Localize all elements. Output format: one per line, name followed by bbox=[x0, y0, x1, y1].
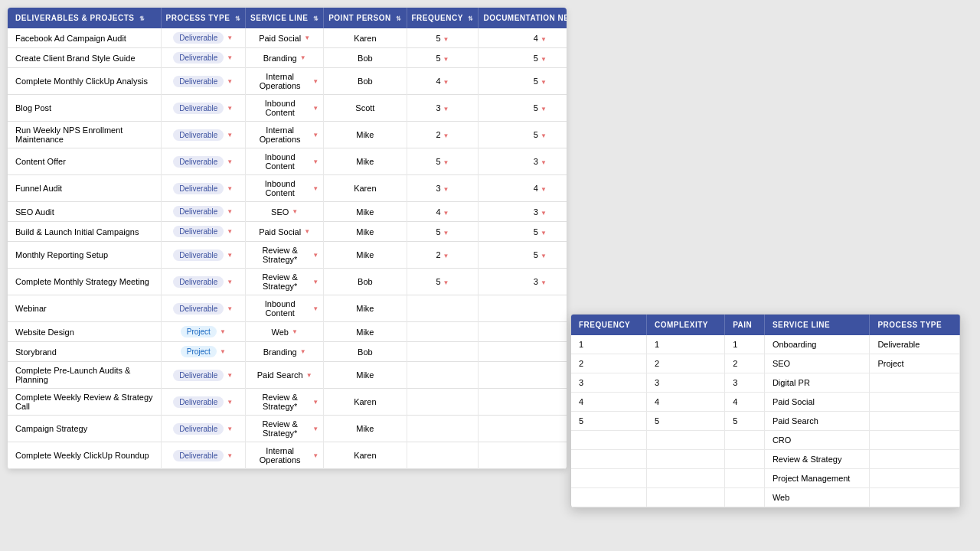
service-dropdown-arrow[interactable]: ▼ bbox=[312, 399, 318, 406]
freq-dropdown-arrow[interactable]: ▼ bbox=[443, 159, 449, 166]
doc-dropdown-arrow[interactable]: ▼ bbox=[541, 106, 547, 112]
main-table: DELIVERABLES & PROJECTS ⇅ PROCESS TYPE ⇅… bbox=[8, 8, 567, 469]
service-line-value: Review & Strategy* bbox=[250, 419, 309, 438]
doc-dropdown-arrow[interactable]: ▼ bbox=[541, 36, 547, 43]
service-dropdown-arrow[interactable]: ▼ bbox=[292, 328, 298, 335]
process-dropdown-arrow[interactable]: ▼ bbox=[227, 279, 233, 285]
freq-dropdown-arrow[interactable]: ▼ bbox=[443, 186, 449, 193]
deliverable-name: Campaign Strategy bbox=[8, 416, 161, 442]
filter-icon-col3[interactable]: ⇅ bbox=[313, 15, 319, 22]
legend-freq: 2 bbox=[571, 354, 647, 373]
freq-dropdown-arrow[interactable]: ▼ bbox=[443, 36, 449, 43]
process-badge: Deliverable bbox=[173, 276, 224, 288]
service-dropdown-arrow[interactable]: ▼ bbox=[300, 348, 306, 355]
doc-dropdown-arrow[interactable]: ▼ bbox=[541, 159, 547, 166]
point-person-cell: Karen bbox=[324, 28, 407, 48]
service-dropdown-arrow[interactable]: ▼ bbox=[312, 279, 318, 285]
service-line-value: Inbound Content bbox=[250, 179, 309, 197]
service-dropdown-arrow[interactable]: ▼ bbox=[312, 305, 318, 312]
service-line-cell: Internal Operations ▼ bbox=[246, 122, 324, 148]
doc-dropdown-arrow[interactable]: ▼ bbox=[541, 210, 547, 217]
process-dropdown-arrow[interactable]: ▼ bbox=[227, 132, 233, 139]
service-dropdown-arrow[interactable]: ▼ bbox=[312, 185, 318, 192]
service-dropdown-arrow[interactable]: ▼ bbox=[304, 34, 310, 41]
filter-icon-col4[interactable]: ⇅ bbox=[396, 15, 402, 22]
service-dropdown-arrow[interactable]: ▼ bbox=[312, 452, 318, 459]
service-dropdown-arrow[interactable]: ▼ bbox=[300, 54, 306, 61]
legend-process bbox=[870, 431, 960, 450]
freq-dropdown-arrow[interactable]: ▼ bbox=[443, 253, 449, 259]
filter-icon-col5[interactable]: ⇅ bbox=[468, 15, 474, 22]
doc-dropdown-arrow[interactable]: ▼ bbox=[541, 230, 547, 236]
process-type-cell: Project ▼ bbox=[161, 342, 246, 362]
service-line-cell: Review & Strategy* ▼ bbox=[246, 269, 324, 295]
freq-dropdown-arrow[interactable]: ▼ bbox=[443, 79, 449, 86]
freq-dropdown-arrow[interactable]: ▼ bbox=[443, 132, 449, 139]
legend-row: Project Management bbox=[571, 469, 960, 488]
deliverable-name: Webinar bbox=[8, 295, 161, 322]
col-doc-needs: DOCUMENTATION NEEDS ⇅ bbox=[479, 8, 567, 28]
legend-pain bbox=[725, 431, 765, 450]
process-dropdown-arrow[interactable]: ▼ bbox=[227, 78, 233, 85]
process-badge: Deliverable bbox=[173, 156, 224, 168]
process-dropdown-arrow[interactable]: ▼ bbox=[227, 305, 233, 312]
process-dropdown-arrow[interactable]: ▼ bbox=[227, 452, 233, 459]
filter-icon-col2[interactable]: ⇅ bbox=[235, 15, 241, 22]
process-dropdown-arrow[interactable]: ▼ bbox=[227, 399, 233, 406]
doc-dropdown-arrow[interactable]: ▼ bbox=[541, 56, 547, 63]
deliverable-name: Build & Launch Initial Campaigns bbox=[8, 222, 161, 242]
point-person-cell: Mike bbox=[324, 222, 407, 242]
process-dropdown-arrow[interactable]: ▼ bbox=[227, 425, 233, 432]
table-row: Complete Monthly Strategy Meeting Delive… bbox=[8, 269, 567, 295]
legend-freq bbox=[571, 488, 647, 507]
service-dropdown-arrow[interactable]: ▼ bbox=[312, 252, 318, 259]
freq-dropdown-arrow[interactable]: ▼ bbox=[443, 210, 449, 217]
freq-dropdown-arrow[interactable]: ▼ bbox=[443, 279, 449, 286]
service-line-value: Branding bbox=[263, 54, 297, 63]
process-dropdown-arrow[interactable]: ▼ bbox=[227, 372, 233, 379]
service-dropdown-arrow[interactable]: ▼ bbox=[312, 78, 318, 85]
doc-dropdown-arrow[interactable]: ▼ bbox=[541, 79, 547, 86]
process-dropdown-arrow[interactable]: ▼ bbox=[227, 105, 233, 112]
legend-freq: 4 bbox=[571, 393, 647, 412]
service-dropdown-arrow[interactable]: ▼ bbox=[312, 132, 318, 139]
process-dropdown-arrow[interactable]: ▼ bbox=[227, 158, 233, 165]
process-dropdown-arrow[interactable]: ▼ bbox=[227, 54, 233, 61]
legend-col-process: PROCESS TYPE bbox=[870, 315, 960, 335]
doc-dropdown-arrow[interactable]: ▼ bbox=[541, 253, 547, 259]
freq-dropdown-arrow[interactable]: ▼ bbox=[443, 56, 449, 63]
legend-table: FREQUENCY COMPLEXITY PAIN SERVICE LINE P… bbox=[571, 315, 960, 507]
service-line-cell: Inbound Content ▼ bbox=[246, 95, 324, 122]
process-dropdown-arrow[interactable]: ▼ bbox=[227, 208, 233, 215]
service-dropdown-arrow[interactable]: ▼ bbox=[306, 372, 312, 379]
service-dropdown-arrow[interactable]: ▼ bbox=[304, 228, 310, 235]
service-dropdown-arrow[interactable]: ▼ bbox=[312, 158, 318, 165]
service-dropdown-arrow[interactable]: ▼ bbox=[292, 208, 298, 215]
service-line-value: Inbound Content bbox=[250, 299, 309, 318]
process-dropdown-arrow[interactable]: ▼ bbox=[220, 328, 226, 335]
process-dropdown-arrow[interactable]: ▼ bbox=[227, 252, 233, 259]
filter-icon-col1[interactable]: ⇅ bbox=[139, 15, 145, 22]
frequency-cell: 5 ▼ bbox=[407, 148, 479, 175]
table-row: Complete Pre-Launch Audits & Planning De… bbox=[8, 362, 567, 389]
process-dropdown-arrow[interactable]: ▼ bbox=[227, 34, 233, 41]
col-point-person: POINT PERSON ⇅ bbox=[324, 8, 407, 28]
service-line-value: Paid Search bbox=[257, 370, 303, 380]
process-dropdown-arrow[interactable]: ▼ bbox=[220, 348, 226, 355]
doc-dropdown-arrow[interactable]: ▼ bbox=[541, 186, 547, 193]
legend-pain bbox=[725, 469, 765, 488]
doc-needs-cell: 3 ▼ bbox=[479, 148, 567, 175]
process-dropdown-arrow[interactable]: ▼ bbox=[227, 228, 233, 235]
legend-freq bbox=[571, 431, 647, 450]
doc-needs-cell: 4 ▼ bbox=[479, 175, 567, 202]
doc-dropdown-arrow[interactable]: ▼ bbox=[541, 279, 547, 286]
freq-dropdown-arrow[interactable]: ▼ bbox=[443, 106, 449, 112]
process-dropdown-arrow[interactable]: ▼ bbox=[227, 185, 233, 192]
process-badge: Deliverable bbox=[173, 450, 224, 461]
service-dropdown-arrow[interactable]: ▼ bbox=[312, 105, 318, 112]
point-person-cell: Mike bbox=[324, 148, 407, 175]
doc-dropdown-arrow[interactable]: ▼ bbox=[541, 132, 547, 139]
point-person-cell: Scott bbox=[324, 95, 407, 122]
service-dropdown-arrow[interactable]: ▼ bbox=[312, 425, 318, 432]
freq-dropdown-arrow[interactable]: ▼ bbox=[443, 230, 449, 236]
